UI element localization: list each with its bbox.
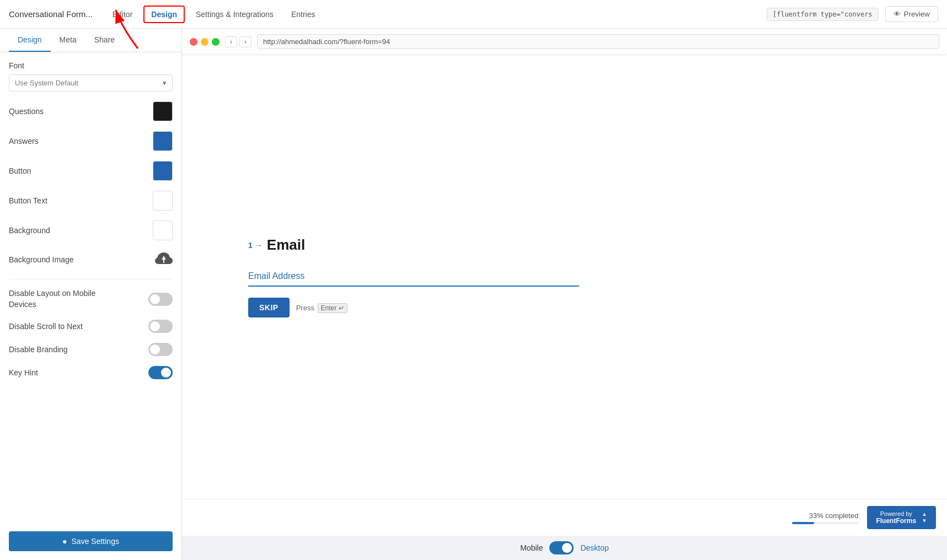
browser-bar: ‹ › http://ahmedalhadi.com/?fluent-form=… [182, 29, 947, 55]
form-bottom-bar: 33% completed Powered by FluentForms ▲ ▼ [182, 499, 947, 536]
right-panel: ‹ › http://ahmedalhadi.com/?fluent-form=… [182, 29, 947, 560]
panel-tabs: Design Meta Share [0, 29, 181, 52]
nav-items: Editor Design Settings & Integrations En… [106, 6, 322, 23]
arrow-right-icon: → [255, 241, 263, 250]
view-toggle: Mobile Desktop [182, 536, 947, 560]
nav-design[interactable]: Design [143, 6, 185, 23]
answers-label: Answers [9, 137, 39, 146]
form-preview: 1 → Email SKIP Press Enter ↵ 33% c [182, 55, 947, 536]
font-label: Font [9, 61, 173, 70]
background-row: Background [9, 220, 173, 240]
nav-arrows: ▲ ▼ [922, 511, 927, 524]
progress-bar-inner [792, 522, 814, 524]
powered-by-button[interactable]: Powered by FluentForms ▲ ▼ [867, 506, 936, 529]
background-image-label: Background Image [9, 255, 74, 264]
background-label: Background [9, 226, 50, 235]
background-image-row: Background Image [9, 250, 173, 269]
up-arrow-icon: ▲ [922, 511, 927, 517]
questions-row: Questions [9, 101, 173, 121]
button-text-color-swatch[interactable] [153, 191, 173, 211]
disable-branding-label: Disable Branding [9, 345, 68, 354]
left-panel: Design Meta Share Font Use System Defaul… [0, 29, 182, 560]
nav-right: [fluentform type="convers 👁 Preview [767, 6, 938, 22]
button-row: Button [9, 161, 173, 181]
desktop-label[interactable]: Desktop [580, 543, 608, 552]
button-label: Button [9, 166, 31, 175]
browser-url[interactable]: http://ahmedalhadi.com/?fluent-form=94 [257, 34, 939, 49]
skip-row: SKIP Press Enter ↵ [248, 298, 349, 317]
form-content: 1 → Email SKIP Press Enter ↵ [182, 55, 947, 499]
key-hint-row: Key Hint [9, 366, 173, 379]
chevron-down-icon: ▾ [163, 79, 167, 87]
dot-green [212, 38, 220, 46]
disable-layout-row: Disable Layout on Mobile Devices [9, 288, 173, 310]
disable-scroll-toggle[interactable] [148, 320, 173, 333]
tab-share[interactable]: Share [85, 29, 124, 52]
top-nav: Conversational Form... Editor Design Set… [0, 0, 947, 29]
browser-nav: ‹ › [225, 36, 252, 47]
key-hint-slider [148, 366, 173, 379]
email-input[interactable] [248, 267, 579, 287]
button-color-swatch[interactable] [153, 161, 173, 181]
question-text: Email [267, 236, 305, 254]
save-settings-button[interactable]: ● Save Settings [9, 531, 173, 551]
progress-percent: 33% completed [809, 511, 859, 520]
browser-back[interactable]: ‹ [225, 36, 237, 47]
key-hint-toggle[interactable] [148, 366, 173, 379]
disable-branding-slider [148, 343, 173, 356]
font-select[interactable]: Use System Default ▾ [9, 74, 173, 91]
powered-text: Powered by FluentForms [876, 510, 916, 525]
disable-scroll-row: Disable Scroll to Next [9, 320, 173, 333]
disable-layout-toggle[interactable] [148, 293, 173, 306]
code-badge: [fluentform type="convers [767, 8, 879, 21]
mobile-label: Mobile [520, 543, 543, 552]
answers-color-swatch[interactable] [153, 131, 173, 151]
button-text-label: Button Text [9, 196, 47, 205]
browser-dots [190, 38, 220, 46]
down-arrow-icon: ▼ [922, 518, 927, 524]
eye-icon: 👁 [894, 10, 901, 18]
view-mode-slider [549, 541, 574, 554]
preview-button[interactable]: 👁 Preview [885, 6, 938, 22]
font-placeholder: Use System Default [15, 79, 78, 87]
questions-label: Questions [9, 107, 44, 116]
upload-image-button[interactable] [155, 250, 173, 269]
nav-settings[interactable]: Settings & Integrations [189, 7, 280, 22]
disable-layout-slider [148, 293, 173, 306]
progress-bar-outer [792, 522, 858, 524]
app-brand: Conversational Form... [9, 9, 93, 19]
disable-branding-row: Disable Branding [9, 343, 173, 356]
browser-forward[interactable]: › [239, 36, 252, 47]
background-color-swatch[interactable] [153, 220, 173, 240]
nav-entries[interactable]: Entries [285, 7, 322, 22]
progress-section: 33% completed [792, 511, 858, 524]
tab-meta[interactable]: Meta [51, 29, 85, 52]
key-hint-label: Key Hint [9, 368, 38, 377]
disable-branding-toggle[interactable] [148, 343, 173, 356]
divider [9, 279, 173, 279]
dot-red [190, 38, 197, 46]
dot-yellow [201, 38, 208, 46]
disable-scroll-slider [148, 320, 173, 333]
main-layout: Design Meta Share Font Use System Defaul… [0, 29, 947, 560]
enter-key: Enter ↵ [318, 303, 347, 313]
question-num: 1 → [248, 241, 263, 250]
panel-content: Font Use System Default ▾ Questions Answ… [0, 52, 181, 527]
tab-design[interactable]: Design [9, 29, 51, 52]
skip-button[interactable]: SKIP [248, 298, 290, 317]
nav-editor[interactable]: Editor [106, 7, 140, 22]
questions-color-swatch[interactable] [153, 101, 173, 121]
button-text-row: Button Text [9, 191, 173, 211]
disable-scroll-label: Disable Scroll to Next [9, 322, 83, 331]
form-question: 1 → Email [248, 236, 305, 254]
answers-row: Answers [9, 131, 173, 151]
view-mode-toggle[interactable] [549, 541, 574, 554]
save-icon: ● [62, 537, 67, 546]
disable-layout-label: Disable Layout on Mobile Devices [9, 288, 119, 310]
press-enter-hint: Press Enter ↵ [296, 304, 349, 312]
